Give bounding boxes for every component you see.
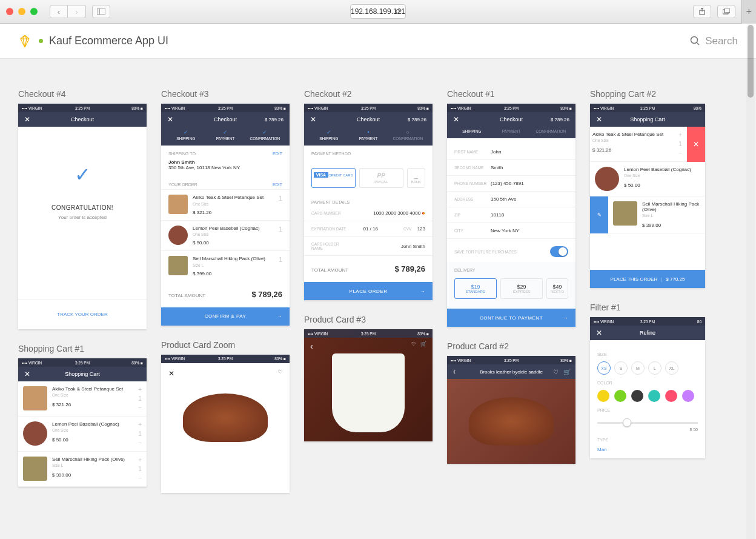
- order-item: Akiko Teak & Steel Petanque SetOne Size$…: [161, 189, 290, 220]
- cart-item[interactable]: Akiko Teak & Steel Petanque SetOne Size$…: [590, 127, 687, 162]
- search-icon: [690, 36, 700, 46]
- delete-swipe-button[interactable]: ✕: [687, 127, 705, 162]
- continue-button[interactable]: CONTINUE TO PAYMENT→: [447, 309, 575, 327]
- artboard-canvas[interactable]: Checkout #4 •••• VIRGIN3:25 PM80% ■ ✕Che…: [0, 59, 756, 539]
- artboard-product-zoom[interactable]: Product Card Zoom •••• VIRGIN3:25 PM80% …: [161, 340, 290, 493]
- artboard-cart2[interactable]: Shopping Cart #2 •••• VIRGIN3:25 PM80% ✕…: [590, 89, 705, 288]
- size-option[interactable]: L: [648, 361, 662, 375]
- cart-icon[interactable]: 🛒: [563, 369, 571, 375]
- size-option[interactable]: XS: [597, 361, 611, 375]
- close-icon[interactable]: ✕: [24, 370, 30, 378]
- app-header: Kauf Ecommerce App UI Search: [0, 24, 756, 59]
- size-option[interactable]: M: [631, 361, 645, 375]
- sketch-logo-icon: [18, 35, 31, 47]
- close-window-button[interactable]: [6, 8, 13, 15]
- back-icon[interactable]: ‹: [310, 341, 313, 351]
- color-swatch[interactable]: [614, 390, 626, 402]
- payment-method-paypal[interactable]: PPPAYPAL: [359, 168, 403, 188]
- back-button[interactable]: ‹: [50, 5, 68, 18]
- place-order-button[interactable]: PLACE ORDER→: [304, 282, 433, 300]
- app-title: Kauf Ecommerce App UI: [49, 35, 168, 47]
- delivery-option[interactable]: $49NEXT-D: [546, 278, 568, 299]
- qty-control[interactable]: +1−: [138, 386, 142, 411]
- svg-point-5: [691, 37, 698, 44]
- heart-icon[interactable]: ♡: [278, 369, 282, 378]
- cart-icon[interactable]: 🛒: [420, 341, 426, 347]
- artboard-checkout2[interactable]: Checkout #2 •••• VIRGIN3:25 PM80% ■ ✕Che…: [304, 89, 433, 300]
- traffic-lights: [6, 8, 38, 15]
- close-icon[interactable]: ✕: [596, 115, 602, 124]
- close-icon[interactable]: ✕: [168, 369, 174, 378]
- close-icon[interactable]: ✕: [24, 115, 30, 124]
- svg-line-6: [697, 42, 699, 45]
- artboard-product2[interactable]: Product Card #2 •••• VIRGIN3:25 PM80% ■ …: [447, 341, 575, 464]
- artboard-label: Shopping Cart #1: [18, 344, 147, 353]
- new-tab-button[interactable]: +: [741, 0, 756, 24]
- tabs-button[interactable]: [717, 5, 735, 18]
- track-order-link[interactable]: TRACK YOUR ORDER: [18, 299, 147, 329]
- share-button[interactable]: [693, 5, 711, 18]
- edit-swipe-button[interactable]: ✎: [590, 196, 608, 233]
- type-value[interactable]: Man: [597, 447, 698, 452]
- artboard-checkout4[interactable]: Checkout #4 •••• VIRGIN3:25 PM80% ■ ✕Che…: [18, 89, 147, 329]
- color-swatch[interactable]: [665, 390, 677, 402]
- artboard-cart1[interactable]: Shopping Cart #1 •••• VIRGIN3:25 PM80% ■…: [18, 344, 147, 487]
- edit-link[interactable]: EDIT: [273, 152, 282, 156]
- accepted-text: Your order is accepted: [30, 215, 134, 220]
- artboard-product3[interactable]: Product Card #3 •••• VIRGIN3:25 PM80% ■ …: [304, 315, 433, 441]
- close-icon[interactable]: ✕: [167, 115, 173, 124]
- svg-rect-0: [97, 8, 105, 15]
- svg-rect-4: [724, 8, 730, 13]
- reload-icon[interactable]: ⟳: [396, 7, 402, 16]
- size-option[interactable]: XL: [665, 361, 678, 375]
- sidebar-toggle-button[interactable]: [92, 5, 110, 18]
- browser-toolbar: ‹ › 192.168.199.121 ⟳ +: [0, 0, 756, 24]
- color-swatch[interactable]: [631, 390, 643, 402]
- back-icon[interactable]: ‹: [453, 367, 456, 376]
- forward-button[interactable]: ›: [68, 5, 86, 18]
- size-option[interactable]: S: [614, 361, 628, 375]
- heart-icon[interactable]: ♡: [411, 341, 416, 347]
- color-swatch[interactable]: [682, 390, 694, 402]
- cart-item[interactable]: Lemon Peel Baseball (Cognac)One Size$ 50…: [18, 417, 147, 452]
- color-swatch[interactable]: [648, 390, 660, 402]
- cart-item[interactable]: Seil Marschall Hiking Pack (Olive)Size L…: [608, 196, 705, 233]
- phone-status-bar: •••• VIRGIN3:25 PM80% ■: [18, 104, 147, 112]
- delivery-option[interactable]: $29EXPRESS: [500, 278, 543, 299]
- url-bar[interactable]: 192.168.199.121 ⟳: [350, 4, 406, 19]
- search-placeholder: Search: [705, 35, 738, 47]
- congrats-text: CONGRATULATION!: [30, 204, 134, 211]
- artboard-checkout1[interactable]: Checkout #1 •••• VIRGIN3:25 PM80% ■ ✕Che…: [447, 89, 575, 327]
- artboard-filter1[interactable]: Filter #1 •••• VIRGIN3:25 PM80 ✕Refine S…: [590, 303, 705, 458]
- checkmark-icon: ✓: [30, 163, 134, 186]
- status-dot-icon: [39, 39, 43, 43]
- save-toggle[interactable]: [550, 246, 568, 257]
- color-swatch[interactable]: [597, 390, 609, 402]
- place-order-button[interactable]: PLACE THIS ORDER|$ 770.25: [590, 270, 705, 288]
- search-input[interactable]: Search: [690, 35, 738, 47]
- close-icon[interactable]: ✕: [596, 329, 602, 337]
- price-slider[interactable]: [597, 422, 698, 424]
- confirm-pay-button[interactable]: CONFIRM & PAY→: [161, 307, 290, 326]
- edit-link[interactable]: EDIT: [273, 182, 282, 187]
- artboard-checkout3[interactable]: Checkout #3 •••• VIRGIN3:25 PM80% ■ ✕Che…: [161, 89, 290, 326]
- scrollbar[interactable]: [746, 24, 755, 539]
- payment-method-bank[interactable]: ⎯BANK: [407, 168, 425, 188]
- cart-item[interactable]: Akiko Teak & Steel Petanque SetOne Size$…: [18, 381, 147, 417]
- heart-icon[interactable]: ♡: [553, 369, 559, 375]
- cart-item[interactable]: Lemon Peel Baseball (Cognac)One Size$ 50…: [590, 162, 705, 196]
- delivery-option[interactable]: $19STANDARD: [454, 278, 497, 299]
- payment-method-card[interactable]: VISACREDIT CARD: [311, 168, 356, 188]
- close-icon[interactable]: ✕: [453, 115, 459, 124]
- maximize-window-button[interactable]: [30, 8, 38, 15]
- close-icon[interactable]: ✕: [310, 115, 316, 124]
- cart-item[interactable]: Seil Marschall Hiking Pack (Olive)Size L…: [18, 452, 147, 487]
- minimize-window-button[interactable]: [18, 8, 25, 15]
- artboard-label: Checkout #4: [18, 89, 147, 99]
